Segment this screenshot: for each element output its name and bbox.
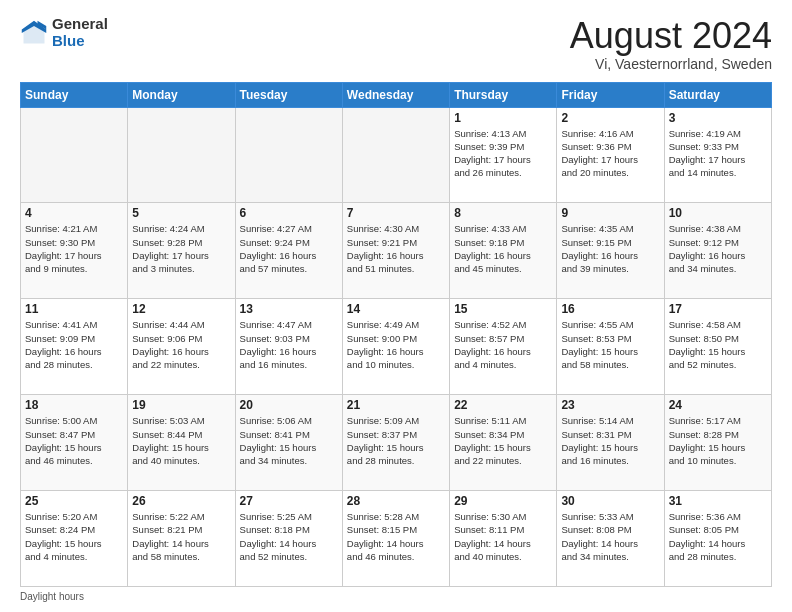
day-number: 5	[132, 206, 230, 220]
logo-text: General Blue	[52, 16, 108, 49]
calendar-cell: 7Sunrise: 4:30 AM Sunset: 9:21 PM Daylig…	[342, 203, 449, 299]
calendar-cell	[21, 107, 128, 203]
location: Vi, Vaesternorrland, Sweden	[570, 56, 772, 72]
calendar-cell: 20Sunrise: 5:06 AM Sunset: 8:41 PM Dayli…	[235, 395, 342, 491]
day-number: 21	[347, 398, 445, 412]
month-title: August 2024	[570, 16, 772, 56]
calendar-cell: 23Sunrise: 5:14 AM Sunset: 8:31 PM Dayli…	[557, 395, 664, 491]
calendar-week-5: 25Sunrise: 5:20 AM Sunset: 8:24 PM Dayli…	[21, 491, 772, 587]
day-number: 16	[561, 302, 659, 316]
calendar-cell: 29Sunrise: 5:30 AM Sunset: 8:11 PM Dayli…	[450, 491, 557, 587]
day-info: Sunrise: 5:11 AM Sunset: 8:34 PM Dayligh…	[454, 414, 552, 467]
calendar-week-2: 4Sunrise: 4:21 AM Sunset: 9:30 PM Daylig…	[21, 203, 772, 299]
day-info: Sunrise: 4:35 AM Sunset: 9:15 PM Dayligh…	[561, 222, 659, 275]
day-info: Sunrise: 4:47 AM Sunset: 9:03 PM Dayligh…	[240, 318, 338, 371]
day-number: 3	[669, 111, 767, 125]
calendar-cell: 21Sunrise: 5:09 AM Sunset: 8:37 PM Dayli…	[342, 395, 449, 491]
calendar-cell: 8Sunrise: 4:33 AM Sunset: 9:18 PM Daylig…	[450, 203, 557, 299]
day-number: 2	[561, 111, 659, 125]
day-number: 9	[561, 206, 659, 220]
calendar-cell: 11Sunrise: 4:41 AM Sunset: 9:09 PM Dayli…	[21, 299, 128, 395]
day-number: 10	[669, 206, 767, 220]
calendar-week-1: 1Sunrise: 4:13 AM Sunset: 9:39 PM Daylig…	[21, 107, 772, 203]
logo: General Blue	[20, 16, 108, 49]
calendar-cell: 30Sunrise: 5:33 AM Sunset: 8:08 PM Dayli…	[557, 491, 664, 587]
day-info: Sunrise: 4:38 AM Sunset: 9:12 PM Dayligh…	[669, 222, 767, 275]
calendar-week-3: 11Sunrise: 4:41 AM Sunset: 9:09 PM Dayli…	[21, 299, 772, 395]
calendar-cell: 22Sunrise: 5:11 AM Sunset: 8:34 PM Dayli…	[450, 395, 557, 491]
day-number: 26	[132, 494, 230, 508]
calendar-cell: 31Sunrise: 5:36 AM Sunset: 8:05 PM Dayli…	[664, 491, 771, 587]
header: General Blue August 2024 Vi, Vaesternorr…	[20, 16, 772, 72]
day-number: 17	[669, 302, 767, 316]
day-number: 28	[347, 494, 445, 508]
day-info: Sunrise: 4:24 AM Sunset: 9:28 PM Dayligh…	[132, 222, 230, 275]
logo-blue: Blue	[52, 33, 108, 50]
day-info: Sunrise: 4:30 AM Sunset: 9:21 PM Dayligh…	[347, 222, 445, 275]
calendar-cell: 14Sunrise: 4:49 AM Sunset: 9:00 PM Dayli…	[342, 299, 449, 395]
day-number: 30	[561, 494, 659, 508]
day-info: Sunrise: 4:52 AM Sunset: 8:57 PM Dayligh…	[454, 318, 552, 371]
day-info: Sunrise: 5:22 AM Sunset: 8:21 PM Dayligh…	[132, 510, 230, 563]
title-area: August 2024 Vi, Vaesternorrland, Sweden	[570, 16, 772, 72]
day-info: Sunrise: 5:28 AM Sunset: 8:15 PM Dayligh…	[347, 510, 445, 563]
calendar-cell: 5Sunrise: 4:24 AM Sunset: 9:28 PM Daylig…	[128, 203, 235, 299]
calendar-cell	[235, 107, 342, 203]
day-info: Sunrise: 4:49 AM Sunset: 9:00 PM Dayligh…	[347, 318, 445, 371]
day-number: 12	[132, 302, 230, 316]
day-number: 24	[669, 398, 767, 412]
calendar-week-4: 18Sunrise: 5:00 AM Sunset: 8:47 PM Dayli…	[21, 395, 772, 491]
calendar-cell: 6Sunrise: 4:27 AM Sunset: 9:24 PM Daylig…	[235, 203, 342, 299]
day-info: Sunrise: 5:17 AM Sunset: 8:28 PM Dayligh…	[669, 414, 767, 467]
header-monday: Monday	[128, 82, 235, 107]
calendar-cell: 26Sunrise: 5:22 AM Sunset: 8:21 PM Dayli…	[128, 491, 235, 587]
day-number: 25	[25, 494, 123, 508]
day-info: Sunrise: 5:14 AM Sunset: 8:31 PM Dayligh…	[561, 414, 659, 467]
day-info: Sunrise: 4:13 AM Sunset: 9:39 PM Dayligh…	[454, 127, 552, 180]
day-info: Sunrise: 5:03 AM Sunset: 8:44 PM Dayligh…	[132, 414, 230, 467]
day-number: 23	[561, 398, 659, 412]
day-number: 19	[132, 398, 230, 412]
day-info: Sunrise: 4:58 AM Sunset: 8:50 PM Dayligh…	[669, 318, 767, 371]
day-number: 1	[454, 111, 552, 125]
day-number: 4	[25, 206, 123, 220]
header-thursday: Thursday	[450, 82, 557, 107]
day-info: Sunrise: 4:16 AM Sunset: 9:36 PM Dayligh…	[561, 127, 659, 180]
calendar: Sunday Monday Tuesday Wednesday Thursday…	[20, 82, 772, 587]
day-info: Sunrise: 4:55 AM Sunset: 8:53 PM Dayligh…	[561, 318, 659, 371]
logo-general: General	[52, 16, 108, 33]
logo-icon	[20, 19, 48, 47]
calendar-cell: 1Sunrise: 4:13 AM Sunset: 9:39 PM Daylig…	[450, 107, 557, 203]
calendar-cell: 25Sunrise: 5:20 AM Sunset: 8:24 PM Dayli…	[21, 491, 128, 587]
day-info: Sunrise: 5:36 AM Sunset: 8:05 PM Dayligh…	[669, 510, 767, 563]
calendar-cell: 15Sunrise: 4:52 AM Sunset: 8:57 PM Dayli…	[450, 299, 557, 395]
header-sunday: Sunday	[21, 82, 128, 107]
calendar-cell: 4Sunrise: 4:21 AM Sunset: 9:30 PM Daylig…	[21, 203, 128, 299]
header-wednesday: Wednesday	[342, 82, 449, 107]
calendar-cell: 17Sunrise: 4:58 AM Sunset: 8:50 PM Dayli…	[664, 299, 771, 395]
day-number: 15	[454, 302, 552, 316]
day-info: Sunrise: 5:25 AM Sunset: 8:18 PM Dayligh…	[240, 510, 338, 563]
header-tuesday: Tuesday	[235, 82, 342, 107]
day-info: Sunrise: 5:09 AM Sunset: 8:37 PM Dayligh…	[347, 414, 445, 467]
day-info: Sunrise: 4:19 AM Sunset: 9:33 PM Dayligh…	[669, 127, 767, 180]
day-info: Sunrise: 4:41 AM Sunset: 9:09 PM Dayligh…	[25, 318, 123, 371]
day-number: 20	[240, 398, 338, 412]
day-number: 7	[347, 206, 445, 220]
calendar-cell: 3Sunrise: 4:19 AM Sunset: 9:33 PM Daylig…	[664, 107, 771, 203]
calendar-cell: 10Sunrise: 4:38 AM Sunset: 9:12 PM Dayli…	[664, 203, 771, 299]
header-friday: Friday	[557, 82, 664, 107]
calendar-cell: 16Sunrise: 4:55 AM Sunset: 8:53 PM Dayli…	[557, 299, 664, 395]
calendar-cell: 27Sunrise: 5:25 AM Sunset: 8:18 PM Dayli…	[235, 491, 342, 587]
day-number: 22	[454, 398, 552, 412]
calendar-header-row: Sunday Monday Tuesday Wednesday Thursday…	[21, 82, 772, 107]
day-info: Sunrise: 5:00 AM Sunset: 8:47 PM Dayligh…	[25, 414, 123, 467]
calendar-cell: 18Sunrise: 5:00 AM Sunset: 8:47 PM Dayli…	[21, 395, 128, 491]
calendar-cell: 9Sunrise: 4:35 AM Sunset: 9:15 PM Daylig…	[557, 203, 664, 299]
calendar-cell: 13Sunrise: 4:47 AM Sunset: 9:03 PM Dayli…	[235, 299, 342, 395]
day-number: 31	[669, 494, 767, 508]
header-saturday: Saturday	[664, 82, 771, 107]
day-info: Sunrise: 4:33 AM Sunset: 9:18 PM Dayligh…	[454, 222, 552, 275]
day-info: Sunrise: 4:21 AM Sunset: 9:30 PM Dayligh…	[25, 222, 123, 275]
day-number: 6	[240, 206, 338, 220]
